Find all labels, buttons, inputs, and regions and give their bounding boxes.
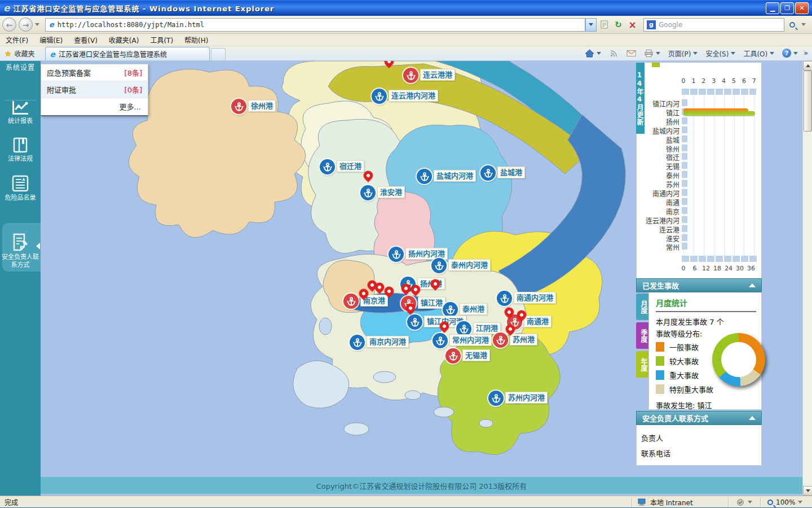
port-marker-blue[interactable] — [360, 185, 376, 200]
scroll-down-button[interactable] — [803, 486, 812, 496]
close-button[interactable]: ✕ — [795, 2, 809, 14]
address-bar[interactable]: e http://localhost:8080/yjpt/Main.html — [45, 18, 585, 32]
port-label[interactable]: 苏州港 — [510, 334, 537, 345]
port-marker-red[interactable] — [445, 348, 461, 364]
menu-item-2[interactable]: 查看(V) — [68, 34, 103, 46]
sidebar-item-system-settings[interactable]: 系统设置 — [0, 61, 41, 72]
tab-title[interactable]: 江苏省港口安全监管与应急管理系统 — [59, 49, 167, 59]
port-label[interactable]: 无锡港 — [462, 349, 490, 361]
port-marker-blue[interactable] — [372, 89, 387, 104]
feeds-button[interactable] — [605, 47, 623, 59]
menu-item-5[interactable]: 帮助(H) — [179, 34, 214, 46]
port-label[interactable]: 泰州内河港 — [448, 259, 491, 271]
port-marker-blue[interactable] — [417, 169, 432, 184]
toolbar-overflow-chevron[interactable]: » — [802, 49, 810, 57]
forward-button[interactable]: → — [19, 17, 33, 32]
sidebar-item-statistics-reports[interactable]: 统计报表 — [0, 100, 41, 125]
port-label[interactable]: 常州内河港 — [449, 334, 492, 346]
history-dropdown-icon[interactable] — [35, 23, 39, 26]
home-button[interactable] — [581, 47, 605, 59]
search-options-dropdown[interactable] — [800, 18, 807, 32]
port-marker-red[interactable] — [493, 332, 508, 348]
collapse-icon[interactable] — [749, 283, 756, 287]
accident-panel: 已发生事故 月度季度年度 月度统计 本月度发生事故 7 个 事故等级分布: 一般… — [636, 278, 762, 410]
sidebar-item-dangerous-goods-list[interactable]: 危险品名录 — [0, 175, 41, 202]
port-label[interactable]: 镇江港 — [418, 297, 445, 309]
contact-panel-header[interactable]: 安全负责人联系方式 — [636, 411, 762, 425]
accident-panel-header[interactable]: 已发生事故 — [636, 278, 762, 292]
port-label[interactable]: 宿迁港 — [337, 160, 364, 172]
port-label[interactable]: 南京内河港 — [367, 336, 409, 348]
popup-row-0[interactable]: 应急预案备案[8条] — [41, 64, 148, 81]
print-button[interactable] — [640, 47, 664, 59]
refresh-button[interactable]: ↻ — [612, 18, 625, 32]
port-marker-blue[interactable] — [389, 247, 404, 262]
tools-menu[interactable]: 工具(O) — [739, 47, 778, 59]
accident-tab-0[interactable]: 月度 — [636, 294, 648, 320]
menu-item-3[interactable]: 收藏夹(A) — [103, 34, 145, 46]
compatibility-view-button[interactable] — [598, 18, 611, 32]
port-marker-red[interactable] — [403, 68, 418, 83]
restore-button[interactable]: ❐ — [780, 2, 794, 14]
port-label[interactable]: 江阴港 — [473, 322, 501, 334]
menu-item-0[interactable]: 文件(F) — [0, 34, 34, 46]
accident-tab-1[interactable]: 季度 — [636, 322, 648, 349]
port-marker-blue[interactable] — [497, 291, 512, 306]
accident-tab-2[interactable]: 年度 — [636, 351, 648, 378]
sidebar-item-safety-contact[interactable]: 安全负责人联系方式 — [0, 233, 41, 269]
port-label[interactable]: 南通港 — [524, 316, 551, 327]
scroll-up-button[interactable] — [803, 61, 812, 71]
port-marker-red[interactable] — [231, 99, 246, 114]
popup-row-count: [0条] — [125, 84, 142, 95]
favorites-label[interactable]: 收藏夹 — [15, 49, 35, 58]
port-marker-blue[interactable] — [407, 314, 422, 330]
popup-row-1[interactable]: 附证审批[0条] — [41, 81, 148, 98]
chart-category-label: 南通内河 — [629, 189, 679, 198]
port-marker-blue[interactable] — [443, 302, 458, 317]
port-marker-blue[interactable] — [350, 335, 365, 350]
port-marker-blue[interactable] — [431, 258, 447, 273]
back-button[interactable]: ← — [2, 17, 16, 32]
favorites-button[interactable]: ★ 收藏夹 — [0, 47, 41, 60]
port-label[interactable]: 泰州港 — [460, 303, 487, 315]
port-label[interactable]: 盐城内河港 — [434, 170, 476, 182]
sidebar-item-laws-regulations[interactable]: 法律法规 — [0, 137, 41, 163]
minimize-button[interactable]: ▁ — [766, 2, 779, 14]
port-label[interactable]: 盐城港 — [497, 167, 525, 178]
menu-item-4[interactable]: 工具(T) — [144, 34, 179, 46]
search-placeholder[interactable]: Google — [659, 21, 682, 29]
anchor-icon — [496, 335, 506, 345]
port-label[interactable]: 淮安港 — [377, 186, 405, 198]
port-label[interactable]: 连云港港 — [420, 69, 455, 81]
new-tab-stub[interactable] — [211, 48, 226, 60]
menu-item-1[interactable]: 编辑(E) — [34, 34, 68, 46]
port-label[interactable]: 连云港内河港 — [389, 90, 438, 102]
search-box[interactable]: g Google — [643, 18, 784, 32]
port-label[interactable]: 南通内河港 — [514, 292, 556, 304]
port-marker-blue[interactable] — [320, 159, 335, 174]
zoom-control[interactable]: 100% — [761, 498, 802, 506]
safety-menu[interactable]: 安全(S) — [701, 47, 739, 59]
sidebar-collapse-arrow-icon[interactable] — [36, 243, 40, 249]
vertical-scrollbar[interactable] — [802, 61, 812, 496]
popup-row-label[interactable]: 应急预案备案 — [47, 67, 91, 78]
popup-row-label[interactable]: 附证审批 — [47, 84, 76, 95]
help-menu[interactable]: ? — [778, 47, 802, 59]
browser-tab[interactable]: e 江苏省港口安全监管与应急管理系统 — [45, 47, 210, 60]
protected-mode-button[interactable] — [729, 498, 760, 506]
popup-more-link[interactable]: 更多... — [41, 98, 148, 115]
port-marker-blue[interactable] — [480, 165, 496, 181]
search-button[interactable] — [785, 18, 798, 32]
collapse-icon[interactable] — [749, 416, 756, 420]
port-marker-red[interactable] — [343, 294, 359, 309]
port-label[interactable]: 苏州内河港 — [505, 392, 548, 404]
address-dropdown-button[interactable] — [585, 18, 597, 32]
scrollbar-thumb[interactable] — [804, 71, 812, 132]
stop-button[interactable]: × — [626, 18, 639, 32]
port-marker-blue[interactable] — [433, 333, 448, 348]
read-mail-button[interactable] — [623, 47, 640, 59]
port-label[interactable]: 徐州港 — [248, 100, 276, 112]
page-menu[interactable]: 页面(P) — [664, 47, 702, 59]
address-url[interactable]: http://localhost:8080/yjpt/Main.html — [58, 21, 204, 29]
port-marker-blue[interactable] — [488, 391, 504, 406]
